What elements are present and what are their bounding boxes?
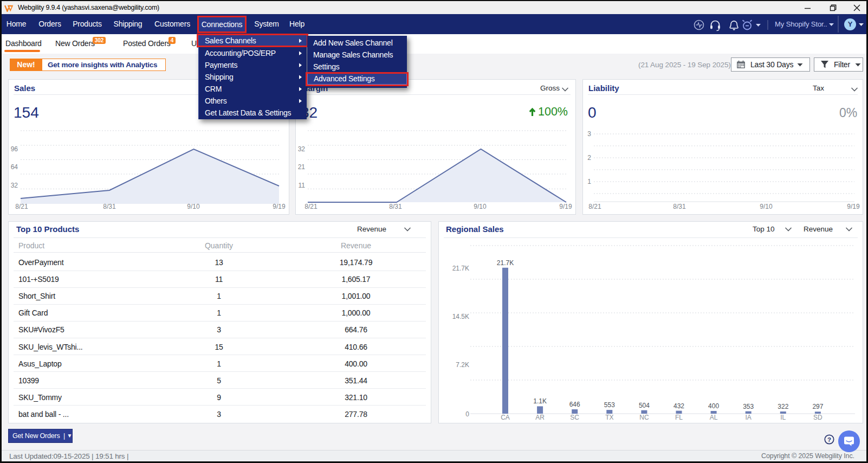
svg-text:IL: IL [780, 414, 786, 421]
svg-text:2: 2 [587, 154, 591, 162]
svg-text:8/31: 8/31 [103, 203, 116, 210]
svg-text:32: 32 [298, 145, 306, 153]
svg-text:8/31: 8/31 [389, 203, 402, 210]
svg-text:646: 646 [569, 401, 580, 408]
svg-text:1: 1 [587, 178, 591, 185]
svg-text:NC: NC [639, 414, 649, 421]
svg-text:9/19: 9/19 [559, 203, 572, 210]
svg-text:AL: AL [710, 414, 718, 421]
svg-text:8/21: 8/21 [15, 203, 28, 210]
svg-text:TX: TX [605, 414, 613, 421]
svg-text:432: 432 [673, 402, 684, 410]
svg-text:553: 553 [604, 401, 615, 409]
svg-text:8/31: 8/31 [673, 203, 686, 210]
svg-text:SC: SC [570, 414, 579, 421]
svg-text:64: 64 [11, 163, 18, 171]
svg-text:353: 353 [743, 403, 754, 410]
svg-text:CA: CA [501, 414, 510, 421]
svg-text:9/10: 9/10 [760, 203, 773, 210]
svg-text:AR: AR [535, 414, 545, 421]
svg-text:9/19: 9/19 [273, 203, 286, 210]
svg-text:21.7K: 21.7K [497, 259, 514, 267]
svg-text:14.5K: 14.5K [452, 313, 469, 320]
svg-text:32: 32 [11, 182, 18, 189]
svg-text:8/21: 8/21 [588, 203, 601, 210]
svg-text:322: 322 [778, 403, 788, 410]
svg-text:504: 504 [639, 402, 650, 409]
svg-text:8/21: 8/21 [305, 203, 318, 210]
svg-text:297: 297 [812, 403, 823, 410]
svg-text:IA: IA [746, 414, 752, 421]
svg-text:21.7K: 21.7K [452, 265, 469, 272]
svg-text:400: 400 [708, 402, 719, 410]
svg-text:96: 96 [11, 145, 18, 153]
svg-text:1.1K: 1.1K [533, 397, 547, 405]
svg-text:SD: SD [813, 414, 822, 421]
svg-text:0: 0 [465, 410, 469, 418]
svg-text:?: ? [827, 436, 831, 443]
svg-text:3: 3 [587, 130, 591, 138]
svg-text:11: 11 [299, 182, 306, 189]
svg-text:9/19: 9/19 [847, 203, 860, 210]
svg-text:21: 21 [298, 163, 306, 171]
svg-text:FL: FL [675, 414, 683, 421]
svg-text:7.2K: 7.2K [456, 361, 469, 369]
svg-text:9/10: 9/10 [474, 203, 487, 210]
svg-text:9/10: 9/10 [187, 203, 200, 210]
